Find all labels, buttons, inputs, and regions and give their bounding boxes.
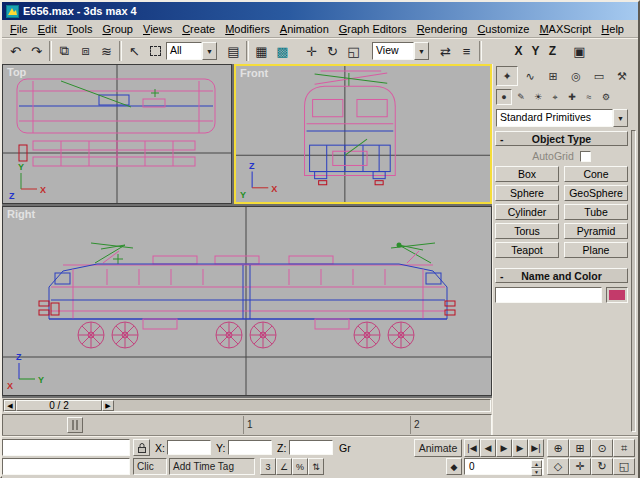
- arc-rotate-button[interactable]: ↻: [591, 458, 613, 475]
- subtab-systems[interactable]: ⚙: [598, 89, 614, 105]
- listener-field[interactable]: [2, 458, 130, 475]
- selection-lock-button[interactable]: [133, 439, 150, 456]
- menu-edit[interactable]: Edit: [33, 22, 62, 36]
- subtab-helpers[interactable]: ✚: [564, 89, 580, 105]
- primitives-dropdown[interactable]: Standard Primitives ▼: [496, 109, 628, 127]
- select-by-name-icon[interactable]: ▤: [223, 41, 244, 62]
- menu-maxscript[interactable]: MAXScript: [534, 22, 596, 36]
- rollout-object-type[interactable]: - Object Type: [495, 131, 628, 146]
- subtab-cameras[interactable]: ⌖: [547, 89, 563, 105]
- track-bar-frame-marker[interactable]: [67, 417, 83, 433]
- time-slider-prev-icon[interactable]: ◀: [4, 400, 16, 411]
- axis-z-button[interactable]: Z: [544, 42, 561, 61]
- subtab-spacewarps[interactable]: ≈: [581, 89, 597, 105]
- time-slider-handle[interactable]: 0 / 2: [16, 400, 102, 411]
- cone-button[interactable]: Cone: [564, 166, 628, 182]
- selection-filter-combo[interactable]: All ▼: [166, 42, 217, 60]
- tab-create[interactable]: ✦: [496, 66, 518, 86]
- region-zoom-button[interactable]: ⌗: [613, 439, 635, 457]
- viewport-right[interactable]: Right: [2, 206, 492, 396]
- spinner-snap-button[interactable]: ⇅: [308, 458, 324, 475]
- coordinate-system-combo[interactable]: View ▼: [372, 42, 429, 60]
- add-time-tag[interactable]: Add Time Tag: [169, 458, 255, 475]
- box-button[interactable]: Box: [495, 166, 559, 182]
- menu-modifiers[interactable]: Modifiers: [220, 22, 275, 36]
- time-slider-next-icon[interactable]: ▶: [102, 400, 114, 411]
- play-button[interactable]: ▶: [496, 439, 512, 457]
- teapot-button[interactable]: Teapot: [495, 242, 559, 258]
- macro-recorder-field[interactable]: [2, 439, 130, 456]
- tab-display[interactable]: ▭: [588, 66, 610, 86]
- rotate-icon[interactable]: ↻: [322, 41, 343, 62]
- zoom-all-button[interactable]: ⊞: [569, 439, 591, 457]
- torus-button[interactable]: Torus: [495, 223, 559, 239]
- menu-graph-editors[interactable]: Graph Editors: [334, 22, 412, 36]
- region-select-icon[interactable]: [145, 41, 166, 62]
- menu-tools[interactable]: Tools: [62, 22, 98, 36]
- cylinder-button[interactable]: Cylinder: [495, 204, 559, 220]
- panel-scrollbar[interactable]: [631, 130, 636, 432]
- subtab-lights[interactable]: ☀: [530, 89, 546, 105]
- tab-hierarchy[interactable]: ⊞: [542, 66, 564, 86]
- field-of-view-button[interactable]: ◇: [547, 458, 569, 475]
- menu-help[interactable]: Help: [596, 22, 629, 36]
- menu-customize[interactable]: Customize: [472, 22, 534, 36]
- move-icon[interactable]: ✛: [301, 41, 322, 62]
- viewport-right-label[interactable]: Right: [7, 208, 35, 220]
- menu-rendering[interactable]: Rendering: [412, 22, 473, 36]
- viewport-front-label[interactable]: Front: [240, 67, 268, 79]
- axis-y-button[interactable]: Y: [527, 42, 544, 61]
- menu-views[interactable]: Views: [138, 22, 177, 36]
- snap-toggle-button[interactable]: 3: [260, 458, 276, 475]
- autogrid-checkbox[interactable]: [580, 151, 591, 162]
- object-color-swatch[interactable]: [606, 287, 628, 303]
- previous-frame-button[interactable]: ◀: [480, 439, 496, 457]
- filter-icon[interactable]: ▩: [272, 41, 293, 62]
- plane-button[interactable]: Plane: [564, 242, 628, 258]
- current-frame-field[interactable]: 0 ▲ ▼: [464, 458, 544, 475]
- y-coordinate-field[interactable]: [228, 440, 272, 455]
- chevron-down-icon[interactable]: ▼: [414, 42, 429, 60]
- tab-motion[interactable]: ◎: [565, 66, 587, 86]
- z-coordinate-field[interactable]: [289, 440, 333, 455]
- render-icon[interactable]: ▣: [569, 41, 590, 62]
- select-link-icon[interactable]: ⧉: [54, 41, 75, 62]
- object-name-field[interactable]: [495, 287, 602, 303]
- go-to-start-button[interactable]: |◀: [464, 439, 480, 457]
- menu-create[interactable]: Create: [177, 22, 220, 36]
- angle-snap-button[interactable]: ∠: [276, 458, 292, 475]
- unlink-icon[interactable]: ⧈: [75, 41, 96, 62]
- tab-modify[interactable]: ∿: [519, 66, 541, 86]
- chevron-down-icon[interactable]: ▼: [613, 109, 628, 127]
- chevron-down-icon[interactable]: ▼: [202, 42, 217, 60]
- mirror-icon[interactable]: ⇄: [435, 41, 456, 62]
- window-crossing-icon[interactable]: ▦: [251, 41, 272, 62]
- subtab-geometry[interactable]: ●: [496, 89, 512, 105]
- track-bar[interactable]: 1 2: [2, 414, 492, 436]
- menu-animation[interactable]: Animation: [275, 22, 334, 36]
- x-coordinate-field[interactable]: [167, 440, 211, 455]
- zoom-button[interactable]: ⊕: [547, 439, 569, 457]
- pyramid-button[interactable]: Pyramid: [564, 223, 628, 239]
- key-mode-button[interactable]: ◆: [446, 458, 462, 475]
- viewport-top-label[interactable]: Top: [7, 66, 26, 78]
- animate-button[interactable]: Animate: [414, 439, 462, 457]
- tube-button[interactable]: Tube: [564, 204, 628, 220]
- viewport-front[interactable]: Front: [234, 64, 492, 204]
- rollout-name-color[interactable]: - Name and Color: [495, 268, 628, 283]
- sphere-button[interactable]: Sphere: [495, 185, 559, 201]
- next-frame-button[interactable]: ▶: [512, 439, 528, 457]
- percent-snap-button[interactable]: %: [292, 458, 308, 475]
- frame-spinner[interactable]: ▲ ▼: [531, 460, 542, 473]
- geosphere-button[interactable]: GeoSphere: [564, 185, 628, 201]
- viewport-top[interactable]: Top: [2, 64, 232, 204]
- subtab-shapes[interactable]: ✎: [513, 89, 529, 105]
- menu-file[interactable]: File: [5, 22, 33, 36]
- undo-icon[interactable]: ↶: [5, 41, 26, 62]
- select-object-icon[interactable]: ↖: [124, 41, 145, 62]
- redo-icon[interactable]: ↷: [26, 41, 47, 62]
- scale-icon[interactable]: ◱: [343, 41, 364, 62]
- menu-group[interactable]: Group: [97, 22, 138, 36]
- go-to-end-button[interactable]: ▶|: [528, 439, 544, 457]
- min-max-toggle-button[interactable]: ◱: [613, 458, 635, 475]
